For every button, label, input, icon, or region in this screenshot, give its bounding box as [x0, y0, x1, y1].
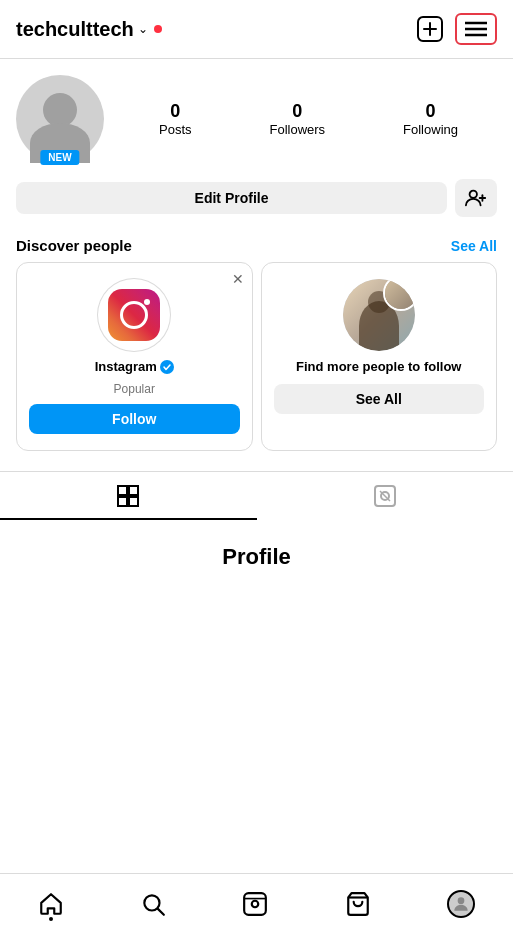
tab-tagged[interactable] — [257, 472, 514, 520]
home-active-dot — [49, 917, 53, 921]
bottom-nav — [0, 873, 513, 933]
profile-section-label: Profile — [0, 520, 513, 586]
nav-reels-button[interactable] — [234, 883, 276, 925]
profile-section: NEW 0 Posts 0 Followers 0 Following — [0, 59, 513, 171]
chevron-down-icon[interactable]: ⌄ — [138, 22, 148, 36]
header: techculttech ⌄ — [0, 0, 513, 59]
discover-see-all-button[interactable]: See All — [451, 238, 497, 254]
add-post-button[interactable] — [413, 12, 447, 46]
header-right — [413, 12, 497, 46]
profile-avatar-icon — [447, 890, 475, 918]
grid-icon — [116, 484, 140, 508]
instagram-name: Instagram — [95, 359, 174, 374]
home-icon — [38, 891, 64, 917]
tag-icon — [373, 484, 397, 508]
svg-point-23 — [458, 897, 465, 904]
find-more-see-all-button[interactable]: See All — [274, 384, 485, 414]
reels-icon — [242, 891, 268, 917]
nav-shop-button[interactable] — [337, 883, 379, 925]
discover-header: Discover people See All — [0, 225, 513, 262]
header-left: techculttech ⌄ — [16, 18, 162, 41]
online-indicator — [154, 25, 162, 33]
discover-title: Discover people — [16, 237, 132, 254]
following-count: 0 — [426, 101, 436, 122]
instagram-card: ✕ Instagram Popular Follow — [16, 262, 253, 451]
username: techculttech — [16, 18, 134, 41]
svg-rect-11 — [129, 486, 138, 495]
svg-line-18 — [158, 908, 164, 914]
avatar-container: NEW — [16, 75, 104, 163]
stats-container: 0 Posts 0 Followers 0 Following — [120, 101, 497, 137]
instagram-name-text: Instagram — [95, 359, 157, 374]
posts-count: 0 — [170, 101, 180, 122]
actions-row: Edit Profile — [0, 171, 513, 225]
find-more-text: Find more people to follow — [296, 359, 461, 376]
menu-button[interactable] — [455, 13, 497, 45]
add-icon — [417, 16, 443, 42]
instagram-logo — [98, 279, 170, 351]
close-instagram-card-button[interactable]: ✕ — [232, 271, 244, 287]
followers-label: Followers — [269, 122, 325, 137]
following-label: Following — [403, 122, 458, 137]
search-icon — [140, 891, 166, 917]
nav-home-button[interactable] — [30, 883, 72, 925]
follow-instagram-button[interactable]: Follow — [29, 404, 240, 434]
stat-posts[interactable]: 0 Posts — [159, 101, 192, 137]
find-more-avatar — [343, 279, 415, 351]
stat-followers[interactable]: 0 Followers — [269, 101, 325, 137]
add-user-button[interactable] — [455, 179, 497, 217]
posts-label: Posts — [159, 122, 192, 137]
find-more-card: Find more people to follow See All — [261, 262, 498, 451]
svg-point-9 — [160, 360, 174, 374]
menu-icon — [465, 21, 487, 37]
people-cards: ✕ Instagram Popular Follow — [0, 262, 513, 451]
svg-point-20 — [252, 900, 259, 907]
stat-following[interactable]: 0 Following — [403, 101, 458, 137]
new-badge: NEW — [40, 150, 79, 165]
edit-profile-button[interactable]: Edit Profile — [16, 182, 447, 214]
tab-grid[interactable] — [0, 472, 257, 520]
svg-point-6 — [470, 191, 477, 198]
svg-rect-13 — [129, 497, 138, 506]
svg-rect-12 — [118, 497, 127, 506]
ig-logo-icon — [108, 289, 160, 341]
svg-rect-19 — [245, 893, 267, 915]
followers-count: 0 — [292, 101, 302, 122]
nav-search-button[interactable] — [132, 883, 174, 925]
tabs-row — [0, 471, 513, 520]
nav-profile-button[interactable] — [439, 882, 483, 926]
add-user-icon — [465, 187, 487, 209]
instagram-sub: Popular — [114, 382, 155, 396]
shop-icon — [345, 891, 371, 917]
verified-icon — [160, 360, 174, 374]
svg-rect-10 — [118, 486, 127, 495]
